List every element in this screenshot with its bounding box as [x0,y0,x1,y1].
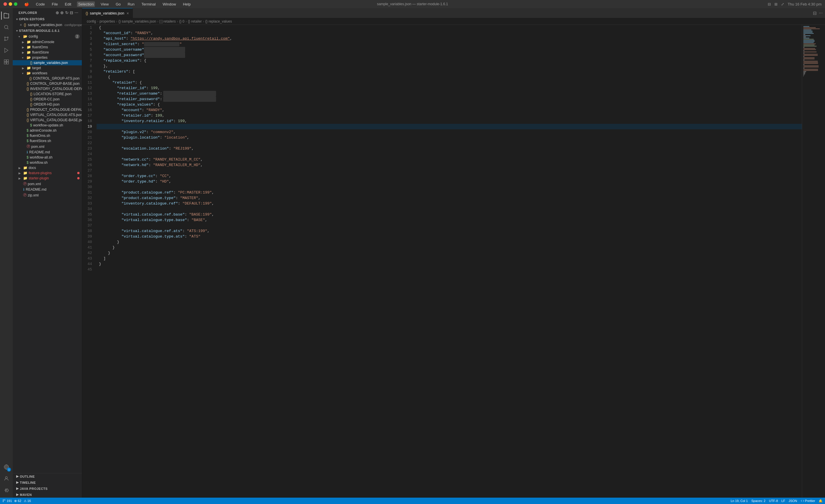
remote-icon[interactable]: 1 [1,462,12,472]
errors-item[interactable]: ⊗ 62 [14,499,21,503]
breadcrumb-file[interactable]: {} sample_variables.json [118,19,156,23]
collapse-all-icon[interactable]: ⊟ [70,10,73,15]
sidebar-item-virtual-ats[interactable]: {} VIRTUAL_CATALOGUE-ATS.json [13,112,82,118]
indentation[interactable]: Spaces: 2 [751,499,765,503]
menu-window[interactable]: Window [161,1,177,7]
sidebar-item-fluentoms-sh[interactable]: $ fluentOms.sh [13,133,82,138]
menu-view[interactable]: View [99,1,110,7]
open-editors-title[interactable]: ▾ Open Editors [13,16,82,22]
minimize-button[interactable] [9,2,12,6]
layout-icon[interactable]: ⊟ [768,2,771,6]
breadcrumb-0[interactable]: {} 0 [179,19,184,23]
warnings-item[interactable]: ⚠ 16 [24,499,31,503]
java-projects-section[interactable]: ▶ JAVA PROJECTS [13,486,82,492]
traffic-lights[interactable] [3,2,17,6]
run-debug-icon[interactable] [1,45,12,56]
split-icon[interactable]: ⊞ [774,2,777,6]
tab-sample-variables[interactable]: {} sample_variables.json × [82,8,133,18]
sidebar-item-feature-plugins[interactable]: ▶ 📁 feature-plugins [13,170,82,175]
breadcrumb-retailers[interactable]: [ ] retailers [159,19,175,23]
maximize-button[interactable] [14,2,17,6]
sidebar-item-config[interactable]: ▾ 📂 config 2 [13,33,82,39]
sidebar-item-adminconsole[interactable]: ▶ 📁 adminConsole [13,39,82,45]
sidebar-item-control-base[interactable]: {} CONTROL_GROUP-BASE.json [13,81,82,86]
cursor-position[interactable]: Ln 19, Col 1 [731,499,748,503]
close-button[interactable] [3,2,7,6]
sidebar-item-docs[interactable]: ▶ 📁 docs [13,165,82,170]
sidebar-item-fluentstore-sh[interactable]: $ fluentStore.sh [13,138,82,144]
sidebar-item-location-store[interactable]: {} LOCATION-STORE.json [13,91,82,97]
breadcrumb-retailer[interactable]: {} retailer [188,19,202,23]
more-actions-icon[interactable]: ··· [75,10,78,15]
explorer-icon[interactable] [1,10,12,21]
code-line-40: } [97,239,802,245]
sidebar-item-zip-xml[interactable]: Ⓟ zip.xml [13,192,82,198]
refresh-icon[interactable]: ↻ [65,10,69,15]
fullscreen-icon[interactable]: ⤢ [781,2,784,6]
menu-file[interactable]: File [51,1,59,7]
encoding[interactable]: UTF-8 [769,499,778,503]
extensions-icon[interactable] [1,57,12,67]
search-icon[interactable] [1,22,12,32]
sidebar-item-workflow-all[interactable]: $ workflow-all.sh [13,155,82,160]
sidebar-item-pom-xml[interactable]: Ⓟ pom.xml [13,181,82,187]
sidebar-item-workflow-sh[interactable]: $ workflow.sh [13,160,82,165]
settings-icon[interactable] [1,485,12,495]
menu-code[interactable]: Code [35,1,46,7]
line-ending[interactable]: LF [781,499,785,503]
project-title[interactable]: ▾ STARTER-MODULE-1.6.1 [13,28,82,33]
sidebar-item-readme-md[interactable]: ℹ README.md [13,187,82,192]
sidebar-item-virtual-base[interactable]: {} VIRTUAL_CATALOGUE-BASE.json [13,118,82,123]
sh-file-icon: $ [26,139,29,143]
sidebar-item-pom[interactable]: Ⓟ pom.xml [13,144,82,150]
menu-go[interactable]: Go [115,1,122,7]
sidebar-item-target[interactable]: ▶ 📁 target [13,65,82,71]
sidebar-item-starter-plugin[interactable]: ▶ 📁 starter-plugin [13,175,82,181]
sidebar-actions[interactable]: ⊕ ⊕ ↻ ⊟ ··· [56,10,78,15]
open-editor-item[interactable]: × {} sample_variables.json config/proper… [13,22,82,28]
account-icon[interactable] [1,473,12,484]
breadcrumb-config[interactable]: config [87,19,96,23]
tabs-actions[interactable]: ⊟ ··· [811,8,825,18]
tab-close-button[interactable]: × [127,11,129,16]
outline-section[interactable]: ▶ OUTLINE [13,473,82,480]
breadcrumb-properties[interactable]: properties [99,19,115,23]
new-folder-icon[interactable]: ⊕ [60,10,64,15]
sidebar-item-inventory-default[interactable]: {} INVENTORY_CATALOGUE-DEFAULT.json [13,86,82,91]
split-editor-icon[interactable]: ⊟ [813,10,817,16]
code-editor[interactable]: { "account_id": "RANDY", "api_host": "ht… [97,25,802,498]
more-tabs-icon[interactable]: ··· [819,10,823,16]
sidebar-item-control-ats[interactable]: {} CONTROL_GROUP-ATS.json [13,76,82,81]
svg-rect-8 [7,62,9,64]
sidebar-item-sample-variables[interactable]: {} sample_variables.json [13,60,82,65]
sidebar-item-workflow-update[interactable]: $ workflow-update.sh [13,123,82,128]
sidebar-item-properties[interactable]: ▾ 📂 properties [13,55,82,60]
code-line-7: "replace_values": { [97,58,802,63]
sidebar-item-workflows[interactable]: ▾ 📂 workflows [13,71,82,76]
menu-edit[interactable]: Edit [64,1,72,7]
sidebar-item-product-default[interactable]: {} PRODUCT_CATALOGUE-DEFAULT.json [13,107,82,112]
notifications-icon[interactable]: 🔔 [819,499,823,503]
sidebar-item-fluentstore[interactable]: ▶ 📁 fluentStore [13,50,82,55]
menu-run[interactable]: Run [127,1,136,7]
code-line-19 [97,124,802,129]
sidebar-item-order-hd[interactable]: {} ORDER-HD.json [13,102,82,107]
menu-help[interactable]: Help [182,1,192,7]
source-control-icon[interactable] [1,33,12,44]
git-branch-item[interactable]: 191 [2,499,12,503]
sidebar-item-fluentoms[interactable]: ▶ 📁 fluentOms [13,45,82,50]
menu-terminal[interactable]: Terminal [140,1,157,7]
sidebar-item-adminconsole-sh[interactable]: $ adminConsole.sh [13,128,82,133]
sidebar-item-readme[interactable]: ℹ README.md [13,150,82,155]
menu-apple[interactable]: 🍎 [23,1,30,7]
language-mode[interactable]: JSON [789,499,797,503]
sidebar-item-order-cc[interactable]: {} ORDER-CC.json [13,97,82,102]
close-editor-icon[interactable]: × [20,22,22,27]
formatter[interactable]: Prettier [801,499,815,503]
menu-bar[interactable]: 🍎 Code File Edit Selection View Go Run T… [23,1,192,7]
breadcrumb-replace-values[interactable]: {} replace_values [205,19,232,23]
maven-section[interactable]: ▶ MAVEN [13,492,82,498]
timeline-section[interactable]: ▶ TIMELINE [13,480,82,486]
menu-selection[interactable]: Selection [77,1,95,7]
new-file-icon[interactable]: ⊕ [56,10,59,15]
